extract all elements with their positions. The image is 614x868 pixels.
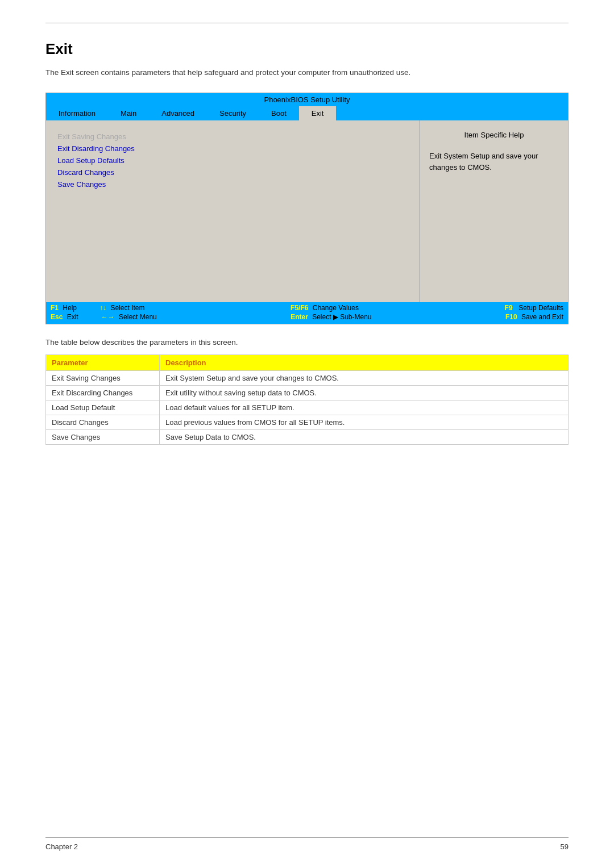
intro-text: The Exit screen contains parameters that… [45,68,569,77]
menu-exit-discard[interactable]: Exit Disarding Changes [57,143,408,155]
table-desc: The table below describes the parameters… [45,338,569,347]
desc-cell: Save Setup Data to CMOS. [160,430,569,445]
table-row: Load Setup Default Load default values f… [46,400,569,415]
footer-esc: Esc Exit [51,313,78,321]
desc-cell: Exit System Setup and save your changes … [160,371,569,386]
param-cell: Exit Saving Changes [46,371,160,386]
footer-row2-left: Esc Exit ←→ Select Menu [51,313,157,321]
param-cell: Discard Changes [46,415,160,430]
col-header-parameter: Parameter [46,355,160,371]
menu-save-changes[interactable]: Save Changes [57,178,408,190]
bios-content: Exit Saving Changes Exit Disarding Chang… [46,120,568,302]
desc-cell: Exit utility without saving setup data t… [160,386,569,400]
footer-leftright: ←→ Select Menu [101,313,157,321]
footer-row1-center: F5/F6 Change Values [291,304,359,312]
bios-title-bar: PhoenixBIOS Setup Utility [46,93,568,106]
nav-main[interactable]: Main [108,106,149,120]
footer-f1: F1 Help [51,304,77,312]
bios-help-panel: Item Specific Help Exit System Setup and… [420,120,568,302]
help-title: Item Specific Help [429,131,559,139]
menu-discard-changes[interactable]: Discard Changes [57,166,408,178]
menu-load-defaults[interactable]: Load Setup Defaults [57,155,408,166]
param-cell: Load Setup Default [46,400,160,415]
footer-row2-center: Enter Select ▶ Sub-Menu [291,313,371,321]
nav-boot[interactable]: Boot [259,106,299,120]
param-cell: Exit Discarding Changes [46,386,160,400]
footer-page: 59 [561,842,569,851]
bios-footer: F1 Help ↑↓ Select Item F5/F6 Change Valu… [46,302,568,324]
desc-cell: Load default values for all SETUP item. [160,400,569,415]
bios-nav: Information Main Advanced Security Boot … [46,106,568,120]
menu-exit-saving[interactable]: Exit Saving Changes [57,131,408,143]
table-row: Save Changes Save Setup Data to CMOS. [46,430,569,445]
page: Exit The Exit screen contains parameters… [0,0,614,868]
footer-row-1: F1 Help ↑↓ Select Item F5/F6 Change Valu… [51,303,563,312]
nav-information[interactable]: Information [46,106,108,120]
top-rule [45,23,569,23]
page-title: Exit [45,40,569,58]
help-text: Exit System Setup and save your changes … [429,151,559,173]
footer-row2-right: F10 Save and Exit [505,313,563,321]
footer-row1-right: F9 Setup Defaults [505,304,563,312]
footer-row1-left: F1 Help ↑↓ Select Item [51,304,144,312]
nav-exit[interactable]: Exit [299,106,337,120]
bios-menu-panel: Exit Saving Changes Exit Disarding Chang… [46,120,420,302]
col-header-description: Description [160,355,569,371]
bios-box: PhoenixBIOS Setup Utility Information Ma… [45,93,569,324]
table-row: Discard Changes Load previous values fro… [46,415,569,430]
table-row: Exit Discarding Changes Exit utility wit… [46,386,569,400]
nav-security[interactable]: Security [207,106,259,120]
table-row: Exit Saving Changes Exit System Setup an… [46,371,569,386]
param-cell: Save Changes [46,430,160,445]
footer-updown: ↑↓ Select Item [99,304,144,312]
nav-advanced[interactable]: Advanced [149,106,207,120]
desc-cell: Load previous values from CMOS for all S… [160,415,569,430]
footer-row-2: Esc Exit ←→ Select Menu Enter Select ▶ S… [51,312,563,322]
parameter-table: Parameter Description Exit Saving Change… [45,354,569,445]
page-footer: Chapter 2 59 [45,837,569,851]
footer-chapter: Chapter 2 [45,842,78,851]
